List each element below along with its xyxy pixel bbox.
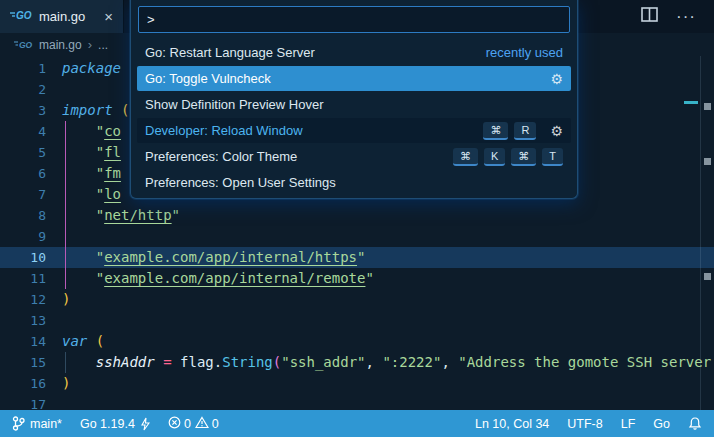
line-number: 14 [0,331,46,352]
line-number: 15 [0,352,46,373]
palette-item-label: Go: Restart Language Server [145,45,315,60]
palette-item[interactable]: Show Definition Preview Hover [137,92,571,117]
language-mode[interactable]: Go [653,417,670,431]
indent-guide-import [65,121,66,289]
code-text: sshAddr = flag.String("ssh_addr", ":2222… [46,352,711,373]
code-line[interactable]: 13 [0,310,714,331]
gear-icon[interactable]: ⚙ [550,123,563,139]
tab-label: main.go [39,9,85,24]
palette-item[interactable]: Preferences: Color Theme⌘K⌘T [137,144,571,169]
warning-count: 0 [212,417,219,431]
keybinding-chip: ⌘ [511,148,536,166]
code-text: ) [46,373,70,394]
status-left: main* Go 1.19.4 0 [12,416,219,432]
indent-guide-var [65,352,66,373]
line-number: 8 [0,205,46,226]
code-line[interactable]: 15 sshAddr = flag.String("ssh_addr", ":2… [0,352,714,373]
code-line[interactable]: 10 "example.com/app/internal/https" [0,247,714,268]
palette-list: Go: Restart Language Serverrecently used… [131,38,577,197]
editor-actions: ··· [641,0,714,33]
warning-icon [195,416,209,432]
notifications-bell-icon[interactable] [688,416,702,431]
palette-item-label: Developer: Reload Window [145,123,303,138]
code-text: ) [46,289,70,310]
code-line[interactable]: 11 "example.com/app/internal/remote" [0,268,714,289]
code-text: "lo [46,184,121,205]
palette-item-label: Go: Toggle Vulncheck [145,71,271,86]
code-text [46,226,62,247]
line-number: 9 [0,226,46,247]
go-version-label: Go 1.19.4 [80,417,135,431]
line-number: 2 [0,79,46,100]
tab-main-go[interactable]: GO main.go × [0,0,124,33]
line-number: 17 [0,394,46,410]
line-number: 12 [0,289,46,310]
split-editor-icon[interactable] [641,7,658,26]
line-number: 10 [0,247,46,268]
error-count: 0 [184,417,191,431]
svg-text:GO: GO [19,39,33,49]
code-line[interactable]: 9 [0,226,714,247]
branch-label: main* [30,417,62,431]
palette-item-right: recently used [486,45,563,60]
error-icon [168,416,181,432]
code-text [46,310,62,331]
encoding[interactable]: UTF-8 [567,417,602,431]
go-version-item[interactable]: Go 1.19.4 [80,417,150,431]
code-line[interactable]: 12) [0,289,714,310]
line-number: 6 [0,163,46,184]
palette-item[interactable]: Developer: Reload Window⌘R⚙ [137,118,571,143]
line-number: 5 [0,142,46,163]
cursor-position[interactable]: Ln 10, Col 34 [475,417,549,431]
line-number: 3 [0,100,46,121]
line-number: 4 [0,121,46,142]
code-text: import ( [46,100,129,121]
command-palette: Go: Restart Language Serverrecently used… [130,0,578,199]
breadcrumb-more[interactable]: ... [98,38,108,52]
palette-item[interactable]: Preferences: Open User Settings [137,170,571,195]
code-text: "fl [46,142,121,163]
gear-icon[interactable]: ⚙ [550,71,563,87]
code-line[interactable]: 14var ( [0,331,714,352]
keybinding-chip: R [514,122,536,140]
palette-item-right: ⌘K⌘T [453,148,563,166]
status-right: Ln 10, Col 34 UTF-8 LF Go [475,416,702,431]
go-file-icon-small: GO [14,38,33,52]
eol[interactable]: LF [621,417,636,431]
code-line[interactable]: 16) [0,373,714,394]
line-number: 11 [0,268,46,289]
code-text [46,79,62,100]
keybinding-chip: K [484,148,505,166]
keybinding-chip: ⌘ [453,148,478,166]
line-number: 1 [0,58,46,79]
palette-item[interactable]: Go: Restart Language Serverrecently used [137,40,571,65]
more-actions-icon[interactable]: ··· [676,7,696,27]
palette-item-label: Show Definition Preview Hover [145,97,323,112]
code-text: var ( [46,331,104,352]
tab-close-icon[interactable]: × [104,9,113,24]
code-line[interactable]: 8 "net/http" [0,205,714,226]
status-bar: main* Go 1.19.4 0 [0,410,714,437]
recently-used-label: recently used [486,45,563,60]
line-number: 7 [0,184,46,205]
palette-item[interactable]: Go: Toggle Vulncheck⚙ [137,66,571,91]
code-text: "net/http" [46,205,180,226]
go-file-icon: GO [10,9,32,24]
branch-item[interactable]: main* [12,416,62,431]
bolt-icon [140,417,150,431]
overview-ruler-border [700,56,701,410]
diagnostics-item[interactable]: 0 0 [168,416,219,432]
keybinding-chip: ⌘ [483,122,508,140]
code-line[interactable]: 17 [0,394,714,410]
command-palette-input[interactable] [138,6,570,33]
branch-icon [12,416,25,431]
palette-item-label: Preferences: Color Theme [145,149,297,164]
palette-item-right: ⚙ [542,71,563,87]
code-text: "example.com/app/internal/remote" [46,268,374,289]
svg-text:GO: GO [16,10,32,21]
breadcrumb-file[interactable]: main.go [39,38,82,52]
code-text [46,394,62,410]
code-text: "co [46,121,121,142]
code-text: "example.com/app/internal/https" [46,247,365,268]
keybinding-chip: T [542,148,563,166]
